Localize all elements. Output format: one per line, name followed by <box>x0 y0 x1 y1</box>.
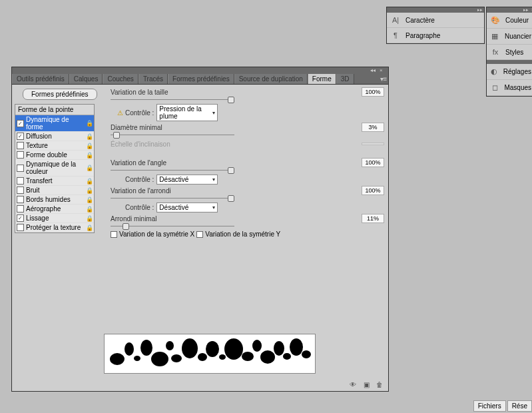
checkbox[interactable] <box>17 120 24 127</box>
flip-x-label: Variation de la symétrie X <box>119 230 194 238</box>
paragraphe-row[interactable]: ¶Paragraphe <box>387 28 484 43</box>
tab-forme[interactable]: Forme <box>308 74 336 84</box>
brush-option-diffusion[interactable]: Diffusion🔒 <box>15 132 94 141</box>
lock-icon[interactable]: 🔒 <box>86 165 93 171</box>
brush-options-list: Forme de la pointe Dynamique de forme🔒Di… <box>15 104 95 233</box>
checkbox[interactable] <box>17 133 24 140</box>
fichiers-button[interactable]: Fichiers <box>473 400 506 412</box>
reglages-row[interactable]: ◐Réglages <box>487 64 532 80</box>
lock-icon[interactable]: 🔒 <box>86 206 93 212</box>
nuancier-row[interactable]: ▦Nuancier <box>487 29 532 45</box>
lock-icon[interactable]: 🔒 <box>86 224 93 231</box>
angle-jitter-value[interactable]: 100% <box>362 158 384 167</box>
warning-icon: ⚠ <box>117 109 123 117</box>
new-preset-icon[interactable]: ▣ <box>362 380 371 388</box>
flip-x-checkbox[interactable] <box>111 231 117 238</box>
flip-y-checkbox[interactable] <box>196 231 203 238</box>
control-select-2[interactable]: Désactivé▾ <box>156 175 218 185</box>
styles-row[interactable]: fxStyles <box>487 45 532 60</box>
tab-3d[interactable]: 3D <box>336 74 354 84</box>
brush-option-label: Transfert <box>26 177 86 185</box>
lock-icon[interactable]: 🔒 <box>86 215 93 222</box>
control-select-1[interactable]: Pression de la plume▾ <box>156 104 218 121</box>
couleur-row[interactable]: 🎨Couleur <box>487 13 532 29</box>
checkbox[interactable] <box>17 177 24 185</box>
tab-couches[interactable]: Couches <box>103 74 138 84</box>
control-label-3: Contrôle : <box>125 204 154 211</box>
brush-option-transfert[interactable]: Transfert🔒 <box>15 177 94 186</box>
brush-option-bords-humides[interactable]: Bords humides🔒 <box>15 195 94 205</box>
brush-option-aérographe[interactable]: Aérographe🔒 <box>15 205 94 214</box>
brush-option-dynamique-de-forme[interactable]: Dynamique de forme🔒 <box>15 115 94 132</box>
brush-option-protéger-la-texture[interactable]: Protéger la texture🔒 <box>15 223 94 232</box>
lock-icon[interactable]: 🔒 <box>86 120 93 127</box>
styles-icon: fx <box>491 48 500 56</box>
checkbox[interactable] <box>17 142 24 149</box>
brush-option-bruit[interactable]: Bruit🔒 <box>15 186 94 195</box>
footer-buttons: Fichiers Rése <box>473 400 532 412</box>
caractere-row[interactable]: A|Caractère <box>387 13 484 28</box>
round-jitter-slider[interactable] <box>111 197 234 201</box>
adjust-icon: ◐ <box>491 67 498 76</box>
angle-jitter-slider[interactable] <box>111 169 234 173</box>
size-jitter-value[interactable]: 100% <box>362 87 384 97</box>
character-icon: A| <box>391 16 400 24</box>
panel-menu-icon[interactable]: ▾≡ <box>379 74 388 84</box>
checkbox[interactable] <box>17 151 24 159</box>
panel-body: Formes prédéfinies Forme de la pointe Dy… <box>12 85 388 391</box>
masks-icon: ◻ <box>491 83 499 92</box>
brush-option-lissage[interactable]: Lissage🔒 <box>15 214 94 223</box>
collapse-icon[interactable]: ▸▸ <box>523 7 529 13</box>
tab-outils-prédéfinis[interactable]: Outils prédéfinis <box>12 74 69 84</box>
collapse-icon[interactable]: ▸▸ <box>477 7 483 13</box>
size-jitter-label: Variation de la taille <box>111 89 362 96</box>
lock-icon[interactable]: 🔒 <box>86 197 93 203</box>
close-icon[interactable]: × <box>380 68 386 73</box>
tab-calques[interactable]: Calques <box>69 74 103 84</box>
masques-row[interactable]: ◻Masques <box>487 80 532 96</box>
brush-option-label: Bords humides <box>26 196 86 203</box>
collapse-icon[interactable]: ◂◂ <box>370 68 377 73</box>
checkbox[interactable] <box>17 205 24 212</box>
brush-option-label: Forme double <box>26 151 86 159</box>
size-jitter-slider[interactable] <box>111 98 234 102</box>
panel-footer-icons: 👁 ▣ 🗑 <box>348 380 384 388</box>
brush-list-header: Forme de la pointe <box>15 105 94 115</box>
min-diameter-label: Diamètre minimal <box>111 124 362 131</box>
lock-icon[interactable]: 🔒 <box>86 187 93 194</box>
brush-option-label: Texture <box>26 142 86 149</box>
tab-tracés[interactable]: Tracés <box>138 74 168 84</box>
checkbox[interactable] <box>17 165 24 172</box>
round-jitter-value[interactable]: 100% <box>362 186 384 195</box>
lock-icon[interactable]: 🔒 <box>86 178 93 185</box>
left-column: Formes prédéfinies Forme de la pointe Dy… <box>15 87 97 233</box>
lock-icon[interactable]: 🔒 <box>86 143 93 149</box>
control-label-2: Contrôle : <box>125 176 154 183</box>
min-diameter-slider[interactable] <box>111 133 234 137</box>
brush-option-texture[interactable]: Texture🔒 <box>15 141 94 151</box>
tab-source-de-duplication[interactable]: Source de duplication <box>234 74 308 84</box>
chevron-down-icon: ▾ <box>212 110 215 116</box>
checkbox[interactable] <box>17 196 24 203</box>
brush-option-dynamique-de-la-couleur[interactable]: Dynamique de la couleur🔒 <box>15 160 94 177</box>
min-diameter-value[interactable]: 3% <box>362 123 384 132</box>
paragraph-icon: ¶ <box>391 31 400 39</box>
reseau-button[interactable]: Rése <box>507 400 532 412</box>
swatches-icon: ▦ <box>491 32 499 41</box>
control-select-3[interactable]: Désactivé▾ <box>156 203 218 212</box>
lock-icon[interactable]: 🔒 <box>86 152 93 159</box>
checkbox[interactable] <box>17 224 24 231</box>
brush-controls: Variation de la taille100% ⚠Contrôle :Pr… <box>111 87 384 238</box>
min-round-slider[interactable] <box>111 224 234 228</box>
checkbox[interactable] <box>17 187 24 194</box>
brush-option-forme-double[interactable]: Forme double🔒 <box>15 151 94 160</box>
toggle-icon[interactable]: 👁 <box>348 380 358 388</box>
tilt-scale-label: Échelle d'inclinaison <box>111 141 362 148</box>
min-round-value[interactable]: 11% <box>362 214 384 223</box>
tab-formes-prédéfinies[interactable]: Formes prédéfinies <box>168 74 234 84</box>
presets-button[interactable]: Formes prédéfinies <box>23 89 97 100</box>
palette-icon: 🎨 <box>491 16 500 25</box>
trash-icon[interactable]: 🗑 <box>375 380 384 388</box>
checkbox[interactable] <box>17 214 24 222</box>
lock-icon[interactable]: 🔒 <box>86 133 93 140</box>
